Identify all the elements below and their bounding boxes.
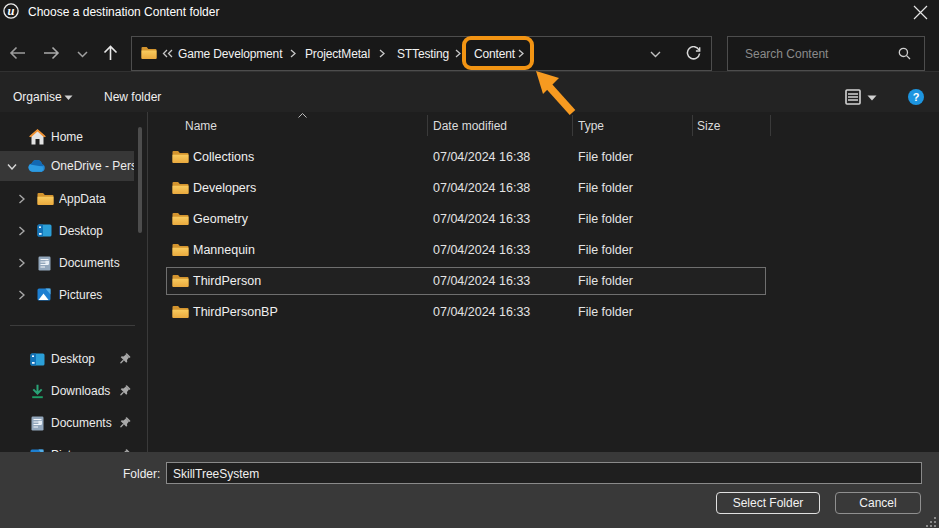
svg-text:u: u [8,4,15,18]
svg-text:?: ? [913,91,920,103]
